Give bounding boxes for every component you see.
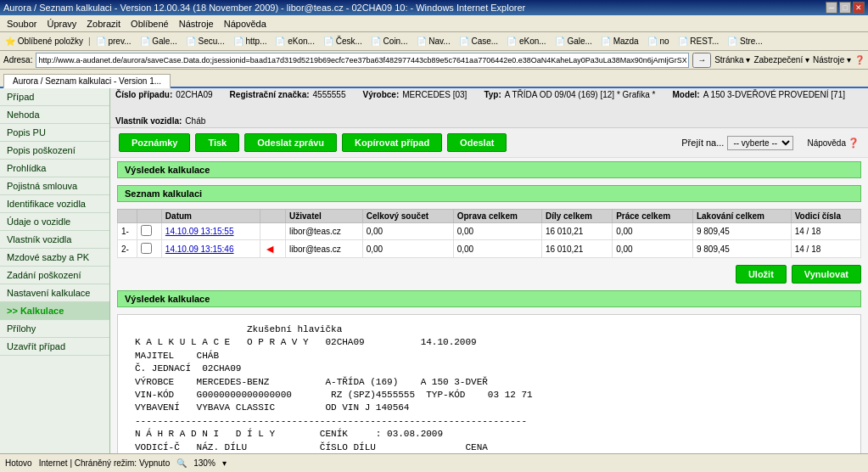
sidebar-item-uzavrit[interactable]: Uzavřít případ [0, 338, 109, 356]
row2-dily: 16 010,21 [541, 240, 612, 258]
row2-check[interactable] [137, 240, 162, 258]
fav-rest[interactable]: 📄 REST... [675, 36, 723, 47]
print-line-2: MAJITEL CHÁB [135, 350, 843, 362]
row1-check[interactable] [137, 223, 162, 240]
sidebar-item-vlastnik[interactable]: Vlastník vozidla [0, 231, 109, 249]
fav-mazda[interactable]: 📄 Mazda [597, 36, 642, 47]
fav-ekon1[interactable]: 📄 eKon... [272, 36, 317, 47]
fav-coin[interactable]: 📄 Coin... [367, 36, 412, 47]
sidebar-item-popis-pu[interactable]: Popis PU [0, 124, 109, 142]
row2-checkbox[interactable] [141, 243, 152, 254]
goto-select[interactable]: -- vyberte -- [727, 136, 793, 150]
sidebar-item-udaje[interactable]: Údaje o vozidle [0, 213, 109, 231]
security-button[interactable]: Zabezpečení ▾ [753, 55, 809, 65]
main-toolbar: Poznámky Tisk Odeslat zprávu Kopírovat p… [110, 128, 868, 158]
zone-text: Internet | Chráněný režim: Vypnuto [39, 458, 171, 468]
content-area: Číslo případu: 02CHA09 Registrační značk… [110, 88, 868, 453]
menu-oblibene[interactable]: Oblíbené [126, 17, 174, 31]
favorites-star[interactable]: ⭐ Oblíbené položky [2, 36, 87, 47]
row2-date[interactable]: 14.10.09 13:15:46 [161, 240, 260, 258]
results-header-1: Výsledek kalkulace [117, 161, 861, 178]
table-row: 2- 14.10.09 13:15:46 ◄ libor@teas.cz 0,0… [118, 240, 861, 258]
sidebar-item-pojistna[interactable]: Pojistná smlouva [0, 177, 109, 195]
sidebar-item-kalkulace[interactable]: >> Kalkulace [0, 302, 109, 320]
info-typ: Typ: A TŘÍDA OD 09/04 (169) [12] * Grafi… [484, 90, 655, 99]
sidebar-item-prohlidka[interactable]: Prohlídka [0, 160, 109, 177]
fav-secu[interactable]: 📄 Secu... [182, 36, 228, 47]
row1-celkovy: 0,00 [362, 223, 453, 240]
sidebar-item-identifikace[interactable]: Identifikace vozidla [0, 195, 109, 213]
zoom-dropdown[interactable]: ▾ [222, 458, 227, 468]
close-button[interactable]: ✕ [853, 2, 865, 14]
status-right: Internet | Chráněný režim: Vypnuto 🔍 130… [39, 458, 227, 468]
fav-prev[interactable]: 📄 prev... [92, 36, 135, 47]
fav-no[interactable]: 📄 no [644, 36, 673, 47]
fav-gale1[interactable]: 📄 Gale... [137, 36, 181, 47]
row1-dily: 16 010,21 [541, 223, 612, 240]
fav-gale2[interactable]: 📄 Gale... [552, 36, 596, 47]
tisk-button[interactable]: Tisk [195, 133, 239, 152]
fav-cesk[interactable]: 📄 Česk... [320, 36, 366, 47]
tools-button[interactable]: Nástroje ▾ [813, 55, 851, 65]
sidebar-item-mzdove[interactable]: Mzdové sazby a PK [0, 249, 109, 267]
row1-oprava: 0,00 [453, 223, 541, 240]
menu-nastroje[interactable]: Nástroje [174, 17, 219, 31]
sidebar-item-prilohy[interactable]: Přílohy [0, 320, 109, 338]
maximize-button[interactable]: □ [839, 2, 851, 14]
list-header: Seznam kalkulaci [117, 185, 861, 202]
help-icon[interactable]: ❓ [848, 138, 860, 149]
row1-prace: 0,00 [613, 223, 693, 240]
tab-bar: Aurora / Seznam kalkulaci - Version 1... [0, 70, 868, 88]
menu-napoveda[interactable]: Nápověda [219, 17, 272, 31]
col-num [118, 210, 137, 223]
row1-arrow [260, 223, 286, 240]
row1-date[interactable]: 14.10.09 13:15:55 [161, 223, 260, 240]
zoom-level: 130% [193, 458, 216, 468]
row2-vodici: 14 / 18 [791, 240, 860, 258]
fav-nav[interactable]: 📄 Nav... [413, 36, 454, 47]
print-line-6: VIN-KÓD G0000000000000000 RZ (SPZ)455555… [135, 389, 843, 402]
sidebar-item-popis-poskozeni[interactable]: Popis poškození [0, 142, 109, 160]
help-button-ie[interactable]: ❓ [854, 55, 865, 65]
ulozit-button[interactable]: Uložit [736, 265, 787, 284]
col-celkovy: Celkový součet [362, 210, 453, 223]
go-button[interactable]: → [692, 53, 711, 68]
sidebar-item-nastaveni[interactable]: Nastavení kalkulace [0, 284, 109, 302]
sidebar-item-zadani[interactable]: Zadání poškození [0, 267, 109, 284]
col-check [137, 210, 162, 223]
goto-label: Přejít na... [681, 138, 724, 148]
fav-case[interactable]: 📄 Case... [456, 36, 501, 47]
calculations-table: Datum Uživatel Celkový součet Oprava cel… [117, 209, 861, 258]
help-label: Nápověda [807, 138, 846, 148]
fav-http[interactable]: 📄 http... [230, 36, 271, 47]
odeslat-button[interactable]: Odeslat [447, 133, 507, 152]
poznamky-button[interactable]: Poznámky [119, 133, 190, 152]
table-row: 1- 14.10.09 13:15:55 libor@teas.cz 0,00 … [118, 223, 861, 240]
info-cislo-pripadu: Číslo případu: 02CHA09 [115, 90, 213, 99]
address-bar: Adresa: → Stránka ▾ Zabezpečení ▾ Nástro… [0, 51, 868, 70]
main-layout: Případ Nehoda Popis PU Popis poškození P… [0, 88, 868, 453]
sidebar-item-pripad[interactable]: Případ [0, 88, 109, 106]
title-bar: Aurora / Seznam kalkulaci - Version 12.0… [0, 0, 868, 15]
address-input[interactable] [36, 53, 689, 68]
vynulovat-button[interactable]: Vynulovat [792, 265, 861, 284]
window-title: Aurora / Seznam kalkulaci - Version 12.0… [3, 3, 525, 13]
menu-upravy[interactable]: Úpravy [42, 17, 81, 31]
page-button[interactable]: Stránka ▾ [714, 55, 750, 65]
menu-soubor[interactable]: Soubor [2, 17, 42, 31]
kopirovat-pripad-button[interactable]: Kopírovat případ [342, 133, 442, 152]
fav-stre[interactable]: 📄 Stre... [724, 36, 765, 47]
minimize-button[interactable]: ─ [826, 2, 837, 14]
zoom-icon: 🔍 [176, 458, 187, 468]
menu-zobrazit[interactable]: Zobrazit [81, 17, 126, 31]
info-model: Model: A 150 3-DVEŘOVÉ PROVEDENÍ [71] [672, 90, 845, 99]
odeslat-zpravu-button[interactable]: Odeslat zprávu [244, 133, 337, 152]
fav-ekon2[interactable]: 📄 eKon... [503, 36, 549, 47]
row1-checkbox[interactable] [141, 225, 152, 236]
col-uzivatel: Uživatel [286, 210, 363, 223]
print-line-8: VYBAVENÍ VYBAVA CLASSIC OD VIN J 140564 [135, 402, 843, 414]
col-oprava: Oprava celkem [453, 210, 541, 223]
main-tab[interactable]: Aurora / Seznam kalkulaci - Version 1... [3, 74, 171, 88]
sidebar-item-nehoda[interactable]: Nehoda [0, 106, 109, 124]
row1-user: libor@teas.cz [286, 223, 363, 240]
